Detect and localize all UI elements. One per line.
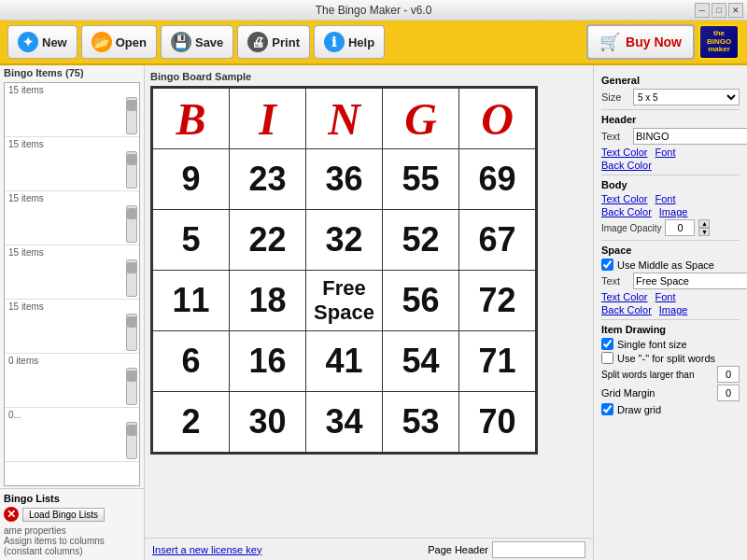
bingo-cell-r2-c1: 18 — [230, 271, 306, 331]
print-icon: 🖨 — [247, 32, 268, 52]
maximize-button[interactable]: □ — [712, 3, 726, 18]
close-button[interactable]: ✕ — [728, 3, 743, 18]
use-dash-checkbox[interactable] — [601, 352, 613, 364]
general-section-title: General — [601, 75, 740, 86]
header-text-color-link[interactable]: Text Color — [601, 147, 648, 158]
new-label: New — [42, 35, 67, 49]
page-header-section: Page Header — [428, 541, 585, 558]
bingo-header-N: N — [306, 89, 383, 149]
header-back-row: Back Color — [601, 160, 740, 171]
grid-margin-input[interactable] — [717, 385, 740, 401]
buy-now-button[interactable]: 🛒 Buy Now — [586, 24, 695, 60]
single-font-checkbox[interactable] — [601, 338, 613, 350]
space-text-label: Text — [601, 275, 629, 287]
space-image-link[interactable]: Image — [659, 304, 688, 315]
bingo-header-B: B — [153, 89, 230, 149]
body-back-color-link[interactable]: Back Color — [601, 206, 652, 217]
header-text-input[interactable] — [633, 128, 747, 145]
bingo-header-I: I — [230, 89, 306, 149]
image-opacity-input[interactable] — [665, 219, 695, 236]
new-button[interactable]: ✦ New — [7, 25, 78, 59]
insert-license-key-link[interactable]: Insert a new license key — [152, 544, 261, 555]
save-button[interactable]: 💾 Save — [161, 25, 233, 59]
title-bar: The Bingo Maker - v6.0 ─ □ ✕ — [0, 0, 747, 21]
page-header-label: Page Header — [428, 544, 488, 555]
body-text-color-link[interactable]: Text Color — [601, 193, 648, 204]
mini-scrollbar-5[interactable] — [126, 368, 137, 405]
mini-scrollbar-6[interactable] — [126, 422, 137, 459]
list-item-header-2: 15 items — [5, 192, 139, 204]
size-select[interactable]: 5 x 5 4 x 4 3 x 3 — [633, 89, 740, 105]
bingo-cell-r0-c0: 9 — [153, 149, 230, 210]
divider-4 — [601, 319, 740, 320]
list-item-header-3: 15 items — [5, 246, 139, 259]
bingo-cell-r1-c4: 67 — [459, 210, 536, 271]
list-item-group-3: 15 items — [5, 245, 139, 300]
help-button[interactable]: ℹ Help — [314, 25, 385, 59]
draw-grid-checkbox[interactable] — [601, 403, 613, 415]
single-font-row: Single font size — [601, 338, 740, 350]
bingo-cell-r2-c2: FreeSpace — [306, 271, 383, 331]
page-header-input[interactable] — [492, 541, 585, 558]
opacity-up-arrow[interactable]: ▲ — [698, 219, 710, 228]
list-item-group-1: 15 items — [5, 137, 139, 191]
space-back-color-link[interactable]: Back Color — [601, 304, 652, 315]
bingo-cell-r3-c4: 71 — [459, 331, 536, 392]
mini-scrollbar-0[interactable] — [126, 97, 137, 134]
items-list[interactable]: 15 items 15 items 15 items 15 items 15 i… — [4, 82, 140, 486]
mini-scrollbar-3[interactable] — [126, 259, 137, 297]
bingo-logo: the BINGO maker — [698, 24, 740, 60]
minimize-button[interactable]: ─ — [695, 3, 710, 18]
bingo-cell-r1-c0: 5 — [153, 210, 230, 271]
space-text-color-link[interactable]: Text Color — [601, 291, 648, 302]
body-font-link[interactable]: Font — [655, 193, 676, 204]
split-value-input[interactable] — [717, 366, 740, 383]
body-back-row: Back Color Image — [601, 206, 740, 217]
open-button[interactable]: 📂 Open — [81, 25, 157, 59]
bingo-header-O: O — [459, 89, 536, 149]
print-button[interactable]: 🖨 Print — [237, 25, 310, 59]
main-content: Bingo Items (75) 15 items 15 items 15 it… — [0, 65, 747, 560]
header-section-title: Header — [601, 114, 740, 125]
bingo-cell-r0-c2: 36 — [306, 149, 383, 210]
body-image-link[interactable]: Image — [659, 206, 688, 217]
header-back-color-link[interactable]: Back Color — [601, 160, 652, 171]
item-drawing-title: Item Drawing — [601, 324, 740, 335]
bingo-cell-r3-c1: 16 — [230, 331, 306, 392]
window-controls: ─ □ ✕ — [695, 3, 743, 18]
bingo-cell-r3-c3: 54 — [383, 331, 459, 392]
bingo-board: BINGO9233655695223252671118FreeSpace5672… — [150, 86, 538, 455]
space-font-link[interactable]: Font — [655, 291, 676, 302]
bingo-table: BINGO9233655695223252671118FreeSpace5672… — [152, 88, 536, 453]
space-back-row: Back Color Image — [601, 304, 740, 315]
bingo-cell-r2-c3: 56 — [383, 271, 459, 331]
mini-scrollbar-1[interactable] — [126, 151, 137, 189]
name-properties[interactable]: ame properties — [4, 525, 140, 536]
use-middle-row: Use Middle as Space — [601, 259, 740, 271]
print-label: Print — [272, 35, 300, 49]
divider-2 — [601, 175, 740, 175]
use-middle-checkbox[interactable] — [601, 259, 613, 271]
mini-scrollbar-4[interactable] — [126, 314, 137, 351]
header-color-row: Text Color Font — [601, 147, 740, 158]
assign-items[interactable]: Assign items to columns (constant column… — [4, 536, 140, 556]
opacity-down-arrow[interactable]: ▼ — [698, 228, 710, 236]
divider-1 — [601, 109, 740, 110]
bingo-cell-r4-c2: 34 — [306, 392, 383, 453]
help-icon: ℹ — [324, 32, 345, 52]
split-larger-label: Split words larger than — [601, 370, 713, 380]
header-text-label: Text — [601, 131, 629, 142]
bottom-panel: Bingo Lists ✕ Load Bingo Lists ame prope… — [0, 488, 144, 560]
space-text-input[interactable] — [633, 273, 747, 289]
list-scrollbar-0 — [5, 96, 139, 135]
bingo-cell-r1-c1: 22 — [230, 210, 306, 271]
delete-list-button[interactable]: ✕ — [4, 507, 19, 522]
bingo-cell-r4-c1: 30 — [230, 392, 306, 453]
list-scrollbar-4 — [5, 313, 139, 352]
header-font-link[interactable]: Font — [655, 147, 676, 158]
image-opacity-spinner: ▲ ▼ — [698, 219, 710, 236]
bingo-cell-r4-c0: 2 — [153, 392, 230, 453]
mini-scrollbar-2[interactable] — [126, 205, 137, 243]
load-bingo-lists-button[interactable]: Load Bingo Lists — [22, 508, 105, 522]
right-panel: General Size 5 x 5 4 x 4 3 x 3 Header Te… — [593, 65, 747, 560]
